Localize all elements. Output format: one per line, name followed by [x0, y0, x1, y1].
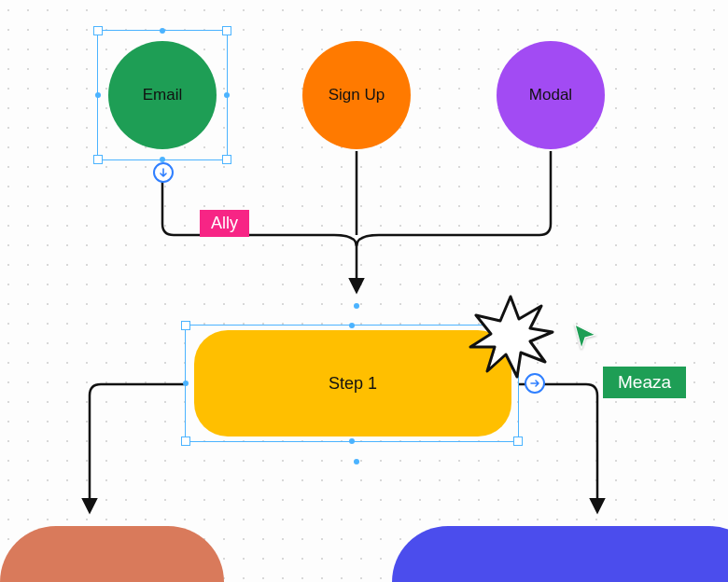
add-connector-icon[interactable] — [153, 162, 174, 183]
node-modal[interactable]: Modal — [497, 41, 605, 149]
node-label: Modal — [529, 86, 572, 104]
shape-blob-left[interactable] — [0, 526, 224, 582]
figjam-canvas[interactable]: Email Sign Up Modal Step 1 — [0, 0, 728, 582]
burst-decoration — [465, 291, 556, 382]
user-name: Ally — [211, 214, 238, 232]
remote-cursor-meaza — [573, 323, 597, 349]
node-label: Step 1 — [329, 374, 377, 394]
shape-blob-right[interactable] — [392, 526, 728, 582]
node-signup[interactable]: Sign Up — [302, 41, 411, 149]
selection-midpoint — [354, 303, 359, 309]
remote-user-label-ally: Ally — [200, 210, 249, 237]
node-label: Email — [143, 86, 183, 104]
node-email[interactable]: Email — [108, 41, 217, 149]
node-step1[interactable]: Step 1 — [194, 330, 511, 436]
selection-midpoint — [354, 459, 359, 464]
remote-user-label-meaza: Meaza — [603, 367, 686, 398]
node-label: Sign Up — [329, 86, 385, 104]
user-name: Meaza — [618, 372, 671, 392]
